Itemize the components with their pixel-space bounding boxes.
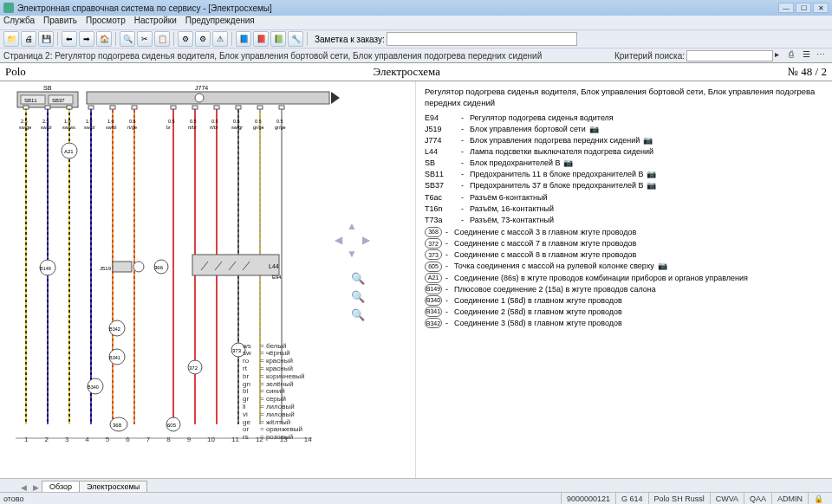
status-user: ADMIN <box>771 493 808 504</box>
nav-left-icon[interactable]: ◀ <box>332 234 344 246</box>
legend-row: 605- Точка соединения с массой на рулево… <box>425 261 823 271</box>
camera-icon[interactable]: 📷 <box>658 261 667 271</box>
tb-icon[interactable]: ⎙ <box>789 49 801 61</box>
legend-title: Регулятор подогрева сиденья водителя, Бл… <box>425 87 823 109</box>
svg-text:372: 372 <box>189 365 198 371</box>
titlebar: Электронная справочная система по сервис… <box>0 0 832 16</box>
legend-row: A21- Соединение (86s) в жгуте проводов к… <box>425 273 823 283</box>
tb-icon[interactable]: ☰ <box>803 49 815 61</box>
camera-icon[interactable]: 📷 <box>589 124 599 134</box>
camera-icon[interactable]: 📷 <box>647 180 656 191</box>
legend-row: SB- Блок предохранителей B📷 <box>425 158 823 168</box>
camera-icon[interactable]: 📷 <box>647 169 656 179</box>
svg-text:sw/ws: sw/ws <box>62 125 75 130</box>
zoom-fit-icon[interactable]: 🔍 <box>351 308 365 321</box>
svg-text:B341: B341 <box>109 355 120 360</box>
svg-text:0.5: 0.5 <box>211 119 218 124</box>
diagram-pane[interactable]: SB SB11 SB37 J774 2.5sw/ge2.5sw/bl1.0sw/… <box>0 81 416 478</box>
svg-text:rt/br: rt/br <box>188 125 197 130</box>
tb-icon[interactable]: ⬅ <box>62 31 77 47</box>
menu-item[interactable]: Настройки <box>134 16 177 29</box>
content-area: SB SB11 SB37 J774 2.5sw/ge2.5sw/bl1.0sw/… <box>0 81 832 478</box>
svg-text:sw/ge: sw/ge <box>19 125 31 130</box>
tb-icon[interactable]: ⚠ <box>212 31 228 47</box>
close-button[interactable]: ✕ <box>813 3 829 13</box>
legend-row: B342- Соединение 3 (58d) в главном жгуте… <box>425 318 823 328</box>
color-legend: ws= белыйsw= чёрныйro= красныйrt= красны… <box>243 343 304 442</box>
legend-row: T73a- Разъём, 73-контактный <box>425 215 823 225</box>
svg-text:1.0: 1.0 <box>86 119 93 124</box>
tb-icon[interactable]: 📗 <box>270 31 286 47</box>
nav-arrows: ▲ ◀ ▶ ▼ <box>332 220 372 260</box>
svg-text:rt/br: rt/br <box>210 125 218 130</box>
menu-item[interactable]: Служба <box>3 16 35 29</box>
status-vehicle: Polo SH Russl <box>648 493 710 504</box>
tb-icon[interactable]: 📋 <box>154 31 170 47</box>
tab-schematics[interactable]: Электросхемы <box>79 481 147 492</box>
bottom-tabs: ◀ ▶ Обзор Электросхемы <box>0 478 832 492</box>
legend-row: T6ac- Разъём 6-контактный <box>425 192 823 203</box>
tb-icon[interactable]: 🔍 <box>120 31 135 47</box>
tb-icon[interactable]: 📘 <box>236 31 251 47</box>
tb-icon[interactable]: ✂ <box>137 31 153 47</box>
window-title: Электронная справочная система по сервис… <box>17 3 272 13</box>
tb-icon[interactable]: 🔧 <box>288 31 303 47</box>
minimize-button[interactable]: — <box>778 3 794 13</box>
status-ready: отово <box>3 494 24 503</box>
svg-text:SB37: SB37 <box>52 98 65 103</box>
statusbar: отово 9000000121 G 614 Polo SH Russl CWV… <box>0 492 832 504</box>
svg-text:0.5: 0.5 <box>129 119 136 124</box>
tb-icon[interactable]: ⋯ <box>816 49 829 61</box>
svg-text:gr/ge: gr/ge <box>275 125 286 130</box>
tb-icon[interactable]: ➡ <box>79 31 94 47</box>
search-input[interactable] <box>686 50 773 61</box>
svg-text:1.0: 1.0 <box>64 119 71 124</box>
svg-text:sw/gr: sw/gr <box>231 125 243 130</box>
tb-icon[interactable]: 🖨 <box>21 31 36 47</box>
zoom-in-icon[interactable]: 🔍 <box>351 272 365 285</box>
order-label: Заметка к заказу: <box>315 35 385 44</box>
tab-overview[interactable]: Обзор <box>42 481 80 492</box>
section-title: Электросхема <box>374 65 440 79</box>
tb-icon[interactable]: ⚙ <box>195 31 211 47</box>
camera-icon[interactable]: 📷 <box>563 158 573 168</box>
svg-rect-6 <box>87 92 329 104</box>
svg-text:0.5: 0.5 <box>168 119 175 124</box>
maximize-button[interactable]: ☐ <box>796 3 811 13</box>
camera-icon[interactable]: 📷 <box>643 135 653 145</box>
nav-down-icon[interactable]: ▼ <box>346 248 358 260</box>
tb-icon[interactable]: 🏠 <box>96 31 112 47</box>
order-input[interactable] <box>387 32 577 46</box>
svg-text:0.5: 0.5 <box>190 119 197 124</box>
tab-arrow-left-icon[interactable]: ◀ <box>17 483 29 492</box>
tb-icon[interactable]: ⚙ <box>178 31 193 47</box>
svg-point-70 <box>133 262 144 272</box>
menu-item[interactable]: Предупреждения <box>185 16 255 29</box>
legend-row: J519- Блок управления бортовой сети📷 <box>425 124 823 134</box>
legend-row: SB37- Предохранитель 37 в блоке предохра… <box>425 180 823 191</box>
legend-row: B340- Соединение 1 (58d) в главном жгуте… <box>425 295 823 306</box>
status-code: 9000000121 <box>561 493 615 504</box>
svg-text:A21: A21 <box>64 149 74 154</box>
tb-icon[interactable]: 💾 <box>38 31 54 47</box>
tab-arrow-right-icon[interactable]: ▶ <box>29 483 42 492</box>
svg-marker-9 <box>331 92 340 104</box>
legend-row: B149- Плюсовое соединение 2 (15a) в жгут… <box>425 284 823 294</box>
nav-up-icon[interactable]: ▲ <box>346 220 358 232</box>
svg-text:sw/bl: sw/bl <box>84 125 95 130</box>
legend-row: L44- Лампа подсветки выключателя подогре… <box>425 146 823 157</box>
zoom-out-icon[interactable]: 🔍 <box>351 290 365 303</box>
menubar: Служба Править Просмотр Настройки Предуп… <box>0 16 832 29</box>
tb-icon[interactable]: 📕 <box>253 31 269 47</box>
tb-icon[interactable]: 📁 <box>3 31 19 47</box>
menu-item[interactable]: Просмотр <box>86 16 126 29</box>
svg-text:373: 373 <box>232 348 242 353</box>
menu-item[interactable]: Править <box>43 16 77 29</box>
nav-right-icon[interactable]: ▶ <box>360 234 372 246</box>
svg-rect-59 <box>257 106 263 109</box>
app-icon <box>3 3 14 13</box>
legend-row: J774- Блок управления подогрева передних… <box>425 135 823 145</box>
search-go-icon[interactable]: ▸ <box>775 49 787 61</box>
page-header: Polo Электросхема № 48 / 2 <box>0 62 832 81</box>
status-qaa: QAA <box>744 493 771 504</box>
